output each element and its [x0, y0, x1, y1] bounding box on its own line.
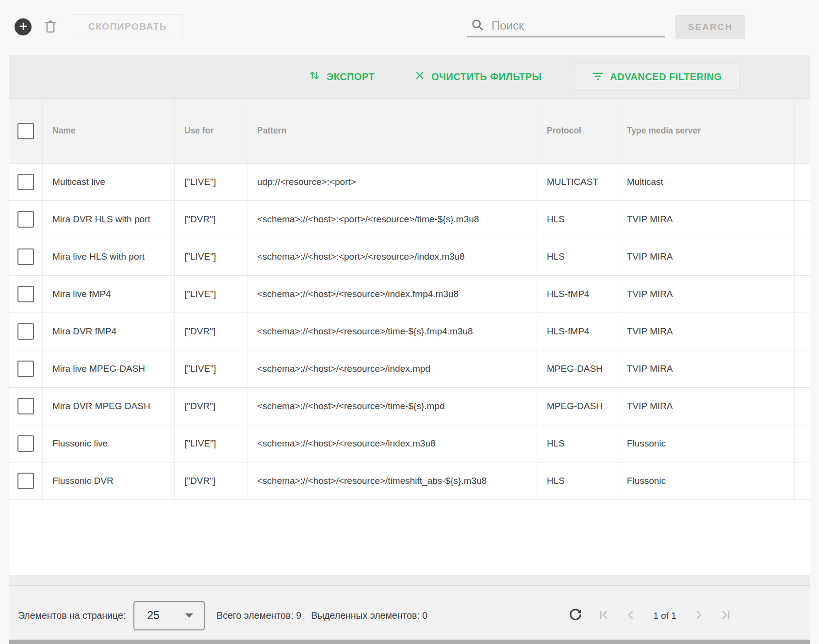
cell-protocol: MPEG-DASH	[537, 388, 617, 425]
cell-name: Mira DVR fMP4	[43, 313, 175, 350]
table-row[interactable]: Flussonic live ["LIVE"] <schema>://<host…	[9, 425, 810, 462]
cell-name: Mira live fMP4	[43, 276, 175, 313]
column-header-name[interactable]: Name	[43, 99, 175, 163]
row-checkbox[interactable]	[17, 361, 34, 377]
per-page-label: Элементов на странице:	[18, 610, 126, 621]
last-page-icon	[719, 608, 733, 623]
column-header-spacer	[795, 99, 810, 163]
cell-spacer	[795, 313, 810, 350]
last-page-button[interactable]	[719, 608, 733, 623]
copy-button[interactable]: СКОПИРОВАТЬ	[73, 14, 182, 39]
prev-page-button[interactable]	[624, 608, 638, 623]
cell-type-media-server: TVIP MIRA	[617, 238, 795, 275]
cell-spacer	[795, 462, 810, 499]
table-row[interactable]: Mira DVR fMP4 ["DVR"] <schema>://<host>/…	[9, 313, 810, 350]
export-button[interactable]: ЭКСПОРТ	[308, 69, 375, 84]
row-checkbox[interactable]	[17, 248, 34, 265]
table-footer: Элементов на странице: 25 Всего элементо…	[9, 586, 810, 640]
search-field[interactable]	[467, 15, 665, 37]
export-label: ЭКСПОРТ	[327, 71, 375, 82]
table-row[interactable]: Multicast live ["LIVE"] udp://<resource>…	[9, 164, 810, 201]
table-row[interactable]: Mira live HLS with port ["LIVE"] <schema…	[9, 238, 810, 276]
filter-icon	[591, 69, 604, 84]
horizontal-scrollbar[interactable]	[9, 640, 810, 644]
table-row[interactable]: Mira live MPEG-DASH ["LIVE"] <schema>://…	[9, 350, 810, 388]
search-icon	[470, 17, 485, 34]
row-checkbox-cell	[9, 425, 43, 462]
total-elements-value: 9	[296, 610, 301, 621]
cell-spacer	[795, 164, 810, 200]
cell-use-for: ["LIVE"]	[175, 350, 247, 387]
add-button[interactable]	[15, 18, 32, 35]
row-checkbox-cell	[9, 462, 43, 499]
first-page-button[interactable]	[597, 608, 610, 623]
row-checkbox-cell	[9, 388, 43, 425]
row-checkbox[interactable]	[17, 398, 34, 414]
search-input[interactable]	[491, 19, 665, 33]
chevron-right-icon	[692, 608, 705, 623]
cell-type-media-server: TVIP MIRA	[617, 201, 795, 238]
row-checkbox[interactable]	[17, 323, 34, 340]
cell-use-for: ["LIVE"]	[175, 164, 247, 200]
row-checkbox[interactable]	[17, 473, 34, 489]
page-indicator: 1 of 1	[651, 611, 678, 621]
cell-spacer	[795, 388, 810, 425]
clear-filters-button[interactable]: ОЧИСТИТЬ ФИЛЬТРЫ	[414, 69, 542, 83]
table-row[interactable]: Mira DVR MPEG DASH ["DVR"] <schema>://<h…	[9, 388, 810, 425]
table-body: Multicast live ["LIVE"] udp://<resource>…	[9, 164, 810, 500]
cell-protocol: HLS	[537, 238, 617, 275]
table-row[interactable]: Flussonic DVR ["DVR"] <schema>://<host>/…	[9, 462, 810, 500]
row-checkbox[interactable]	[17, 211, 34, 228]
row-checkbox-cell	[9, 164, 43, 200]
table-empty-area	[9, 500, 810, 575]
per-page-select[interactable]: 25	[133, 601, 205, 630]
column-header-use-for[interactable]: Use for	[175, 99, 247, 163]
row-checkbox-cell	[9, 276, 43, 313]
table-row[interactable]: Mira live fMP4 ["LIVE"] <schema>://<host…	[9, 276, 810, 313]
advanced-filtering-button[interactable]: ADVANCED FILTERING	[574, 63, 739, 90]
table-row[interactable]: Mira DVR HLS with port ["DVR"] <schema>:…	[9, 201, 810, 238]
cell-use-for: ["DVR"]	[175, 201, 247, 238]
cell-name: Mira DVR MPEG DASH	[43, 388, 175, 425]
cell-protocol: HLS	[537, 462, 617, 499]
cell-type-media-server: TVIP MIRA	[617, 388, 795, 425]
refresh-icon	[568, 607, 583, 624]
column-header-protocol[interactable]: Protocol	[537, 99, 617, 163]
cell-name: Multicast live	[43, 164, 175, 200]
cell-use-for: ["LIVE"]	[175, 276, 247, 313]
next-page-button[interactable]	[692, 608, 705, 623]
plus-icon	[18, 21, 29, 33]
selected-elements-value: 0	[422, 610, 427, 621]
cell-protocol: HLS-fMP4	[537, 313, 617, 350]
advanced-filtering-label: ADVANCED FILTERING	[610, 71, 721, 82]
row-checkbox-cell	[9, 201, 43, 238]
cell-use-for: ["DVR"]	[175, 388, 247, 425]
cell-protocol: HLS	[537, 201, 617, 238]
row-checkbox[interactable]	[17, 435, 34, 452]
search-button[interactable]: SEARCH	[675, 15, 745, 39]
table-toolbar: ЭКСПОРТ ОЧИСТИТЬ ФИЛЬТРЫ ADVANCED FILTER…	[9, 55, 810, 99]
close-icon	[414, 69, 426, 83]
row-checkbox[interactable]	[17, 174, 34, 190]
cell-protocol: MPEG-DASH	[537, 350, 617, 387]
cell-spacer	[795, 238, 810, 275]
cell-use-for: ["LIVE"]	[175, 238, 247, 275]
select-all-cell	[9, 99, 43, 163]
cell-protocol: HLS-fMP4	[537, 276, 617, 313]
cell-type-media-server: TVIP MIRA	[617, 276, 795, 313]
cell-use-for: ["DVR"]	[175, 313, 247, 350]
column-header-type-media-server[interactable]: Type media server	[617, 99, 795, 163]
cell-protocol: HLS	[537, 425, 617, 462]
cell-type-media-server: TVIP MIRA	[617, 350, 795, 387]
cell-spacer	[795, 350, 810, 387]
refresh-button[interactable]	[568, 607, 583, 624]
clear-filters-label: ОЧИСТИТЬ ФИЛЬТРЫ	[431, 71, 542, 82]
cell-use-for: ["LIVE"]	[175, 425, 247, 462]
first-page-icon	[597, 608, 610, 623]
row-checkbox[interactable]	[17, 286, 34, 302]
column-header-pattern[interactable]: Pattern	[247, 99, 537, 163]
top-toolbar: СКОПИРОВАТЬ SEARCH	[0, 0, 819, 55]
select-all-checkbox[interactable]	[17, 123, 34, 139]
delete-button[interactable]	[41, 17, 60, 37]
cell-pattern: <schema>://<host>:<port>/<resource>/inde…	[247, 238, 537, 275]
